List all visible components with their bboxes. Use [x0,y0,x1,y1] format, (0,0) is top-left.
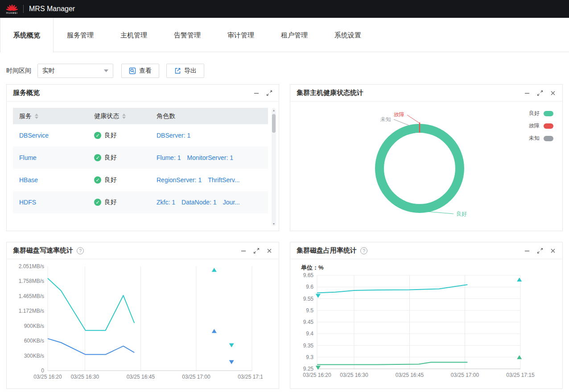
tab-host-management[interactable]: 主机管理 [107,18,161,52]
panel-title: 服务概览 [13,89,40,97]
svg-text:1.172MB/s: 1.172MB/s [19,308,44,314]
close-icon[interactable] [266,248,272,254]
minimize-icon[interactable] [253,90,260,96]
legend-item-fault[interactable]: 故障 [529,122,553,130]
role-link[interactable]: Flume: 1 [157,154,181,161]
service-link[interactable]: HDFS [19,199,36,206]
chevron-down-icon [104,69,108,72]
close-icon[interactable] [550,90,556,96]
health-text: 良好 [104,176,117,184]
table-row-flume: Flume ✓良好 Flume: 1 MonitorServer: 1 [13,147,268,169]
export-icon [174,67,181,74]
top-bar: HUAWEI MRS Manager [0,0,569,18]
service-link[interactable]: DBService [19,132,49,139]
dashboard-grid: 服务概览 服务 健 [0,84,569,389]
svg-text:03/25 17:15: 03/25 17:15 [506,372,535,378]
tab-system-overview[interactable]: 系统概览 [0,18,54,53]
svg-text:300KB/s: 300KB/s [24,353,44,359]
table-scrollbar[interactable]: ▲ ▼ [272,108,276,226]
legend-item-good[interactable]: 良好 [529,110,553,117]
panel-service-overview: 服务概览 服务 健 [6,84,279,231]
logo-wordmark: HUAWEI [6,12,18,14]
main-nav: 系统概览 服务管理 主机管理 告警管理 审计管理 租户管理 系统设置 [0,18,569,52]
svg-text:良好: 良好 [456,211,467,217]
time-range-label: 时间区间 [6,67,31,75]
health-text: 良好 [104,131,117,139]
close-icon[interactable] [550,248,556,254]
scroll-up-icon[interactable]: ▲ [272,109,276,112]
role-link[interactable]: DataNode: 1 [181,199,217,206]
role-link[interactable]: ThriftServ... [208,176,239,184]
panel-host-health: 集群主机健康状态统计 未知故障良好 良好 [290,84,563,231]
health-ok-icon: ✓ [94,199,101,206]
fullscreen-icon[interactable] [253,248,260,254]
svg-text:03/25 17:00: 03/25 17:00 [182,374,210,380]
unit-label: 单位：% [290,259,562,272]
health-text: 良好 [104,198,117,206]
time-range-select[interactable]: 实时 [37,64,113,78]
tab-service-management[interactable]: 服务管理 [54,18,107,52]
svg-text:2.051MB/s: 2.051MB/s [19,263,44,270]
service-link[interactable]: Flume [19,154,37,161]
fullscreen-icon[interactable] [537,248,543,254]
view-button-label: 查看 [139,67,152,75]
svg-text:9.35: 9.35 [303,343,314,349]
fullscreen-icon[interactable] [537,90,543,96]
health-ok-icon: ✓ [94,132,101,139]
disk-usage-chart: 9.659.69.559.59.459.49.359.39.2503/25 16… [296,272,546,383]
service-link[interactable]: HBase [19,176,38,184]
svg-text:故障: 故障 [394,111,404,118]
scroll-down-icon[interactable]: ▼ [272,222,276,225]
panel-title: 集群主机健康状态统计 [297,89,363,97]
sort-health-icon[interactable] [122,114,126,119]
host-health-donut-chart: 未知故障良好 [290,102,552,230]
svg-text:1.465MB/s: 1.465MB/s [19,293,44,299]
legend-label: 良好 [529,110,540,117]
panel-disk-usage: 集群磁盘占用率统计 ? 单位：% 9.659.69.5 [290,242,563,389]
minimize-icon[interactable] [524,90,530,96]
svg-text:9.5: 9.5 [306,307,313,314]
tab-audit-management[interactable]: 审计管理 [214,18,268,52]
panel-disk-write-rate: 集群磁盘写速率统计 ? 2.051MB/s1.758MB/s1 [6,242,279,389]
help-icon[interactable]: ? [77,247,84,254]
svg-text:03/25 16:30: 03/25 16:30 [71,374,99,380]
legend-item-unknown[interactable]: 未知 [529,135,553,142]
svg-text:03/25 16:45: 03/25 16:45 [127,374,155,380]
svg-text:9.4: 9.4 [306,331,313,337]
svg-text:9.55: 9.55 [303,296,314,302]
view-button[interactable]: 查看 [121,64,159,78]
svg-text:9.6: 9.6 [306,284,313,290]
panel-title: 集群磁盘写速率统计 [13,246,73,255]
svg-text:9.65: 9.65 [303,272,314,278]
svg-text:03/25 17:00: 03/25 17:00 [451,372,479,378]
scrollbar-thumb[interactable] [272,114,276,133]
svg-text:600KB/s: 600KB/s [24,338,44,344]
tab-tenant-management[interactable]: 租户管理 [268,18,321,52]
health-ok-icon: ✓ [94,154,101,161]
export-button[interactable]: 导出 [166,64,204,78]
svg-text:1.758MB/s: 1.758MB/s [19,278,44,284]
svg-text:9.3: 9.3 [306,354,313,360]
legend-swatch-good [544,111,553,116]
role-link[interactable]: Jour... [223,199,240,206]
health-ok-icon: ✓ [94,176,101,184]
help-icon[interactable]: ? [360,247,367,254]
svg-text:03/25 16:20: 03/25 16:20 [33,374,62,380]
minimize-icon[interactable] [240,248,247,254]
service-table-header: 服务 健康状态 角色数 [13,108,268,124]
tab-system-settings[interactable]: 系统设置 [321,18,375,52]
role-link[interactable]: Zkfc: 1 [157,199,175,206]
time-range-value: 实时 [42,67,55,75]
health-text: 良好 [104,154,117,162]
role-link[interactable]: RegionServer: 1 [157,176,202,184]
svg-text:03/25 16:20: 03/25 16:20 [303,372,331,378]
role-link[interactable]: MonitorServer: 1 [187,154,233,161]
tab-alarm-management[interactable]: 告警管理 [161,18,214,52]
table-row-dbservice: DBService ✓良好 DBServer: 1 [13,124,268,147]
role-link[interactable]: DBServer: 1 [157,132,190,139]
huawei-logo-icon: HUAWEI [6,4,18,14]
minimize-icon[interactable] [524,248,530,254]
fullscreen-icon[interactable] [266,90,272,96]
panel-title: 集群磁盘占用率统计 [297,246,357,255]
sort-service-icon[interactable] [35,114,38,119]
